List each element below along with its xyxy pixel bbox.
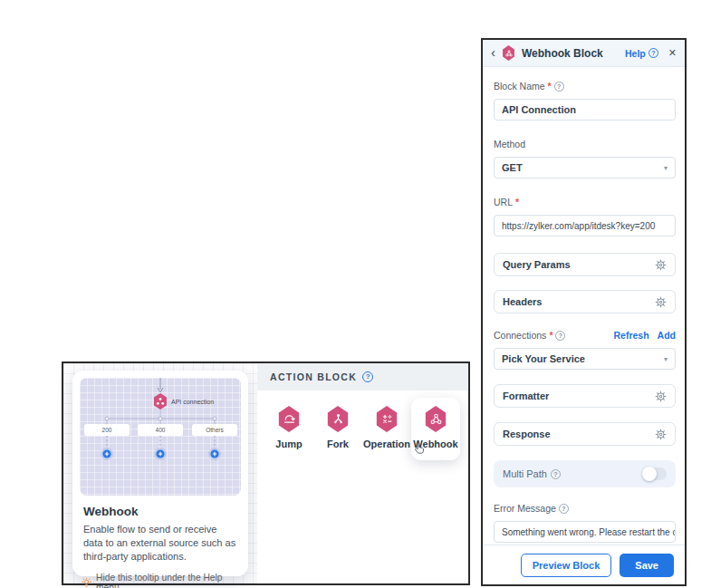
action-block-header: ACTION BLOCK ? xyxy=(257,363,468,390)
block-name-label: Block Name xyxy=(494,81,545,92)
multi-path-label: Multi Path xyxy=(503,468,547,479)
fork-icon xyxy=(326,406,350,432)
required-marker: * xyxy=(548,81,552,92)
connections-select[interactable]: Pick Your Service ▾ xyxy=(494,348,676,370)
multi-path-info-icon[interactable]: ? xyxy=(551,469,561,479)
webhook-block-panel: ‹ Webhook Block Help ? ✕ Block Name * ? … xyxy=(481,38,687,586)
action-item-label: Fork xyxy=(327,439,349,449)
panel-footer: Preview Block Save xyxy=(483,545,685,584)
add-step-button[interactable] xyxy=(101,448,113,460)
action-item-webhook[interactable]: Webhook xyxy=(411,398,460,460)
jump-icon xyxy=(277,406,301,432)
connections-label-row: Connections * ? Refresh Add xyxy=(494,330,676,341)
method-label-row: Method xyxy=(494,139,674,149)
tooltip-description: Enable flow to send or receive data to a… xyxy=(83,523,237,564)
action-item-label: Operation xyxy=(363,439,410,449)
flow-diagram-graphic: API connection 200 xyxy=(80,378,241,496)
required-marker: * xyxy=(515,197,519,207)
tooltip-title: Webhook xyxy=(83,505,237,518)
add-step-button[interactable] xyxy=(208,448,221,460)
app-canvas: API connection 200 xyxy=(0,0,711,588)
error-message-label-row: Error Message ? xyxy=(494,503,674,514)
action-item-operation[interactable]: Operation xyxy=(362,398,411,460)
branch-200-label: 200 xyxy=(102,427,112,433)
connections-label-group: Connections * ? xyxy=(494,330,565,341)
connections-actions: Refresh Add xyxy=(613,330,676,341)
multi-path-label-group: Multi Path ? xyxy=(503,468,561,479)
url-input[interactable]: https://zylker.com/app/itdesk?key=200 xyxy=(494,215,676,236)
url-label-row: URL * xyxy=(494,197,674,207)
error-message-info-icon[interactable]: ? xyxy=(559,504,569,514)
branch-400-label: 400 xyxy=(156,427,166,433)
action-block-help-icon[interactable]: ? xyxy=(362,371,373,382)
multi-path-row: Multi Path ? xyxy=(494,460,676,487)
block-name-info-icon[interactable]: ? xyxy=(554,82,564,92)
preview-block-button[interactable]: Preview Block xyxy=(521,554,612,577)
block-name-label-row: Block Name * ? xyxy=(494,81,674,92)
connections-value: Pick Your Service xyxy=(502,353,585,364)
gear-icon[interactable] xyxy=(655,429,667,440)
method-label: Method xyxy=(494,139,525,149)
panel-title: Webhook Block xyxy=(522,47,619,60)
formatter-box[interactable]: Formatter xyxy=(494,384,676,408)
query-params-box[interactable]: Query Params xyxy=(494,253,676,276)
error-message-input[interactable]: Something went wrong. Please restart the… xyxy=(494,521,676,543)
toggle-knob xyxy=(642,467,657,481)
webhook-icon xyxy=(424,406,447,432)
method-select[interactable]: GET ▾ xyxy=(494,157,676,178)
webhook-tooltip-region: API connection 200 xyxy=(62,361,470,585)
response-label: Response xyxy=(503,429,551,439)
tooltip-hint-row: Hide this tooltip under the Help menu. xyxy=(82,573,239,588)
api-connection-node-icon xyxy=(154,393,167,410)
gear-icon[interactable] xyxy=(655,390,667,402)
bulb-icon xyxy=(82,577,91,588)
hand-cursor-icon xyxy=(414,441,426,455)
action-item-label: Jump xyxy=(275,439,302,449)
panel-body: Block Name * ? API Connection Method GET… xyxy=(483,67,685,545)
webhook-tooltip-card: API connection 200 xyxy=(72,371,248,576)
help-icon: ? xyxy=(649,48,658,58)
add-link[interactable]: Add xyxy=(658,330,676,341)
query-params-label: Query Params xyxy=(503,259,571,270)
action-block-title: ACTION BLOCK xyxy=(270,371,357,382)
action-block-panel: ACTION BLOCK ? Jump xyxy=(257,363,468,583)
headers-label: Headers xyxy=(503,296,542,307)
help-label: Help xyxy=(625,48,646,59)
action-block-items: Jump Fork xyxy=(257,390,468,460)
add-step-button[interactable] xyxy=(154,448,167,460)
multi-path-toggle[interactable] xyxy=(642,468,667,480)
action-item-jump[interactable]: Jump xyxy=(264,398,313,460)
webhook-block-icon xyxy=(502,45,515,61)
required-marker: * xyxy=(549,330,552,341)
back-button[interactable]: ‹ xyxy=(491,45,495,59)
save-button[interactable]: Save xyxy=(620,554,674,577)
headers-box[interactable]: Headers xyxy=(494,290,676,313)
action-item-fork[interactable]: Fork xyxy=(313,398,362,460)
url-label: URL xyxy=(494,197,513,207)
help-link[interactable]: Help ? xyxy=(625,48,658,59)
gear-icon[interactable] xyxy=(655,259,667,271)
connections-label: Connections xyxy=(494,330,546,341)
api-connection-node-label: API connection xyxy=(171,399,214,405)
formatter-label: Formatter xyxy=(503,390,549,401)
connections-info-icon[interactable]: ? xyxy=(555,331,565,341)
branch-others-label: Others xyxy=(206,427,224,433)
chevron-down-icon: ▾ xyxy=(664,164,668,172)
flow-canvas: API connection 200 xyxy=(63,363,257,583)
gear-icon[interactable] xyxy=(655,296,667,308)
block-name-input[interactable]: API Connection xyxy=(494,99,676,120)
refresh-link[interactable]: Refresh xyxy=(613,330,649,341)
response-box[interactable]: Response xyxy=(494,422,676,446)
panel-header: ‹ Webhook Block Help ? ✕ xyxy=(483,40,685,67)
tooltip-hint-text: Hide this tooltip under the Help menu. xyxy=(96,573,239,588)
chevron-down-icon: ▾ xyxy=(664,355,668,363)
webhook-flow-diagram: API connection 200 xyxy=(80,378,241,496)
operation-icon xyxy=(375,406,399,432)
close-button[interactable]: ✕ xyxy=(668,47,677,59)
error-message-label: Error Message xyxy=(494,503,556,514)
method-value: GET xyxy=(502,162,523,173)
